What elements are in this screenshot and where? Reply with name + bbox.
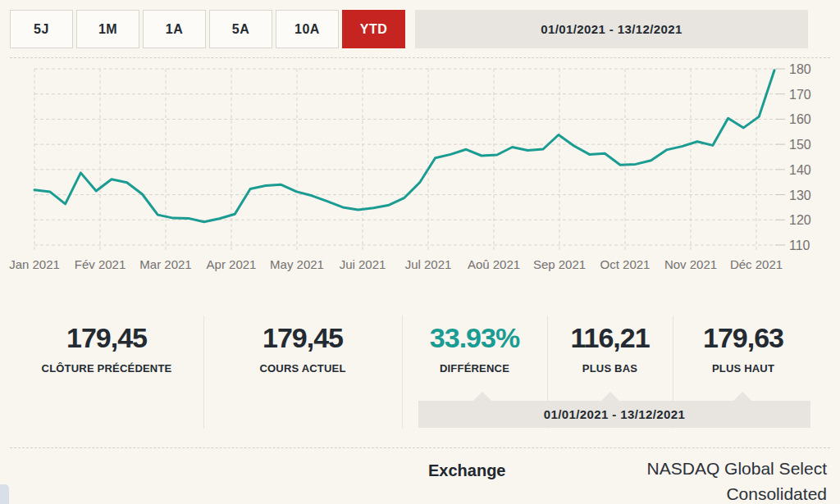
svg-text:Oct 2021: Oct 2021 — [600, 257, 651, 271]
svg-text:150: 150 — [789, 138, 811, 152]
exchange-label: Exchange — [428, 461, 505, 480]
range-button-5a[interactable]: 5A — [209, 10, 272, 48]
date-range-display: 01/01/2021 - 13/12/2021 — [415, 10, 808, 48]
stat-label: PLUS HAUT — [673, 362, 814, 375]
svg-text:140: 140 — [789, 163, 811, 177]
stat-current-price: 179,45 COURS ACTUEL — [203, 320, 402, 375]
stat-value: 179,63 — [673, 320, 814, 356]
corner-widget[interactable] — [0, 484, 9, 504]
svg-text:Jan 2021: Jan 2021 — [9, 257, 60, 271]
stock-chart-widget: 5J 1M 1A 5A 10A YTD 01/01/2021 - 13/12/2… — [0, 0, 840, 504]
svg-text:160: 160 — [789, 112, 811, 126]
stat-value: 33.93% — [402, 320, 547, 356]
svg-text:Fév 2021: Fév 2021 — [75, 257, 126, 271]
stat-value: 116,21 — [547, 320, 673, 356]
svg-text:Déc 2021: Déc 2021 — [730, 257, 783, 271]
stat-previous-close: 179,45 CLÔTURE PRÉCÉDENTE — [10, 320, 203, 375]
svg-text:180: 180 — [789, 62, 811, 76]
pointer-triangle — [473, 392, 491, 401]
stat-label: CLÔTURE PRÉCÉDENTE — [10, 362, 203, 375]
svg-text:Jul 2021: Jul 2021 — [405, 257, 452, 271]
exchange-value-line2: Consolidated — [647, 481, 827, 504]
svg-text:130: 130 — [789, 188, 811, 202]
exchange-value-line1: NASDAQ Global Select — [647, 456, 827, 481]
stat-label: PLUS BAS — [547, 362, 673, 375]
stat-label: COURS ACTUEL — [203, 362, 402, 375]
range-button-5j[interactable]: 5J — [10, 10, 73, 48]
stat-value: 179,45 — [10, 320, 203, 356]
svg-text:Mar 2021: Mar 2021 — [139, 257, 191, 271]
price-chart[interactable]: 110120130140150160170180Jan 2021Fév 2021… — [0, 57, 840, 283]
svg-text:Jui 2021: Jui 2021 — [340, 257, 386, 271]
stat-label: DIFFÉRENCE — [402, 362, 547, 375]
pointer-triangle — [733, 392, 751, 401]
svg-text:Aoû 2021: Aoû 2021 — [468, 257, 520, 271]
pointer-triangle — [601, 392, 619, 401]
svg-text:Nov 2021: Nov 2021 — [664, 257, 717, 271]
stat-high: 179,63 PLUS HAUT — [673, 320, 814, 375]
separator — [10, 447, 830, 448]
divider — [402, 316, 403, 429]
exchange-value: NASDAQ Global Select Consolidated — [647, 456, 827, 504]
stat-value: 179,45 — [203, 320, 402, 356]
range-button-ytd[interactable]: YTD — [342, 10, 405, 48]
stat-difference: 33.93% DIFFÉRENCE — [402, 320, 547, 375]
svg-text:Sep 2021: Sep 2021 — [533, 257, 586, 271]
svg-text:120: 120 — [789, 213, 811, 227]
range-button-10a[interactable]: 10A — [276, 10, 339, 48]
svg-text:May 2021: May 2021 — [270, 257, 324, 271]
svg-text:170: 170 — [789, 88, 811, 102]
range-button-1m[interactable]: 1M — [76, 10, 139, 48]
stat-low: 116,21 PLUS BAS — [547, 320, 673, 375]
stats-range-label: 01/01/2021 - 13/12/2021 — [544, 407, 686, 421]
svg-text:Apr 2021: Apr 2021 — [207, 257, 257, 271]
svg-text:110: 110 — [789, 238, 810, 252]
range-button-1a[interactable]: 1A — [143, 10, 206, 48]
divider — [203, 316, 204, 429]
stats-date-range-bar: 01/01/2021 - 13/12/2021 — [418, 401, 810, 428]
